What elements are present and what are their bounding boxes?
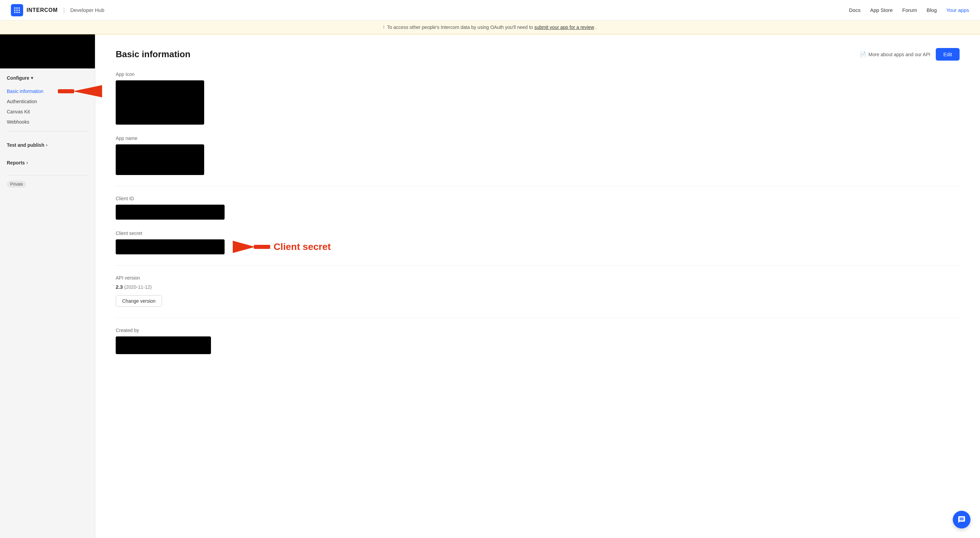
reports-chevron: › bbox=[27, 160, 28, 165]
sidebar-item-webhooks[interactable]: Webhooks bbox=[0, 117, 95, 127]
app-name-label: App name bbox=[116, 136, 959, 141]
svg-rect-5 bbox=[19, 10, 20, 11]
header-actions: 📄 More about apps and our API Edit bbox=[859, 48, 959, 61]
svg-rect-8 bbox=[19, 11, 20, 13]
nav-divider: | bbox=[63, 6, 65, 14]
secret-row: Client secret bbox=[116, 239, 959, 254]
dev-hub-text: Developer Hub bbox=[70, 7, 104, 13]
more-about-link[interactable]: 📄 More about apps and our API bbox=[859, 51, 930, 57]
section-divider-1 bbox=[116, 186, 959, 186]
reports-label: Reports bbox=[7, 160, 25, 166]
nav-link-your-apps[interactable]: Your apps bbox=[946, 7, 969, 13]
svg-rect-10 bbox=[58, 89, 74, 93]
client-id-block bbox=[116, 204, 224, 220]
private-badge: Private bbox=[7, 181, 26, 188]
configure-header[interactable]: Configure ▾ bbox=[7, 75, 88, 81]
test-publish-chevron: › bbox=[46, 143, 47, 147]
sidebar-item-canvas-kit[interactable]: Canvas Kit bbox=[0, 107, 95, 117]
annotation-label: Client secret bbox=[274, 241, 331, 252]
reports-section: Reports › bbox=[0, 153, 95, 171]
app-name-section: App name bbox=[116, 136, 959, 175]
doc-icon: 📄 bbox=[859, 51, 866, 57]
basic-info-wrapper: Basic information bbox=[0, 86, 95, 96]
test-publish-header[interactable]: Test and publish › bbox=[7, 142, 88, 148]
sidebar: Configure ▾ Basic information Authentica… bbox=[0, 34, 95, 538]
intercom-logo[interactable]: INTERCOM bbox=[11, 4, 58, 16]
banner-text-after: . bbox=[595, 24, 597, 30]
sidebar-app-block bbox=[0, 34, 95, 69]
svg-rect-4 bbox=[16, 10, 18, 11]
banner-text: To access other people's Intercom data b… bbox=[387, 24, 535, 30]
version-date: (2020-11-12) bbox=[124, 284, 152, 290]
reports-header[interactable]: Reports › bbox=[7, 160, 88, 166]
page-title: Basic information bbox=[116, 49, 191, 60]
logo-text: INTERCOM bbox=[27, 7, 58, 13]
client-secret-section: Client secret Client secret bbox=[116, 230, 959, 254]
page-header: Basic information 📄 More about apps and … bbox=[116, 48, 959, 61]
sidebar-divider-1 bbox=[7, 131, 88, 131]
nav-left: INTERCOM | Developer Hub bbox=[11, 4, 104, 16]
svg-rect-6 bbox=[14, 11, 16, 13]
configure-label: Configure bbox=[7, 75, 29, 81]
top-nav: INTERCOM | Developer Hub Docs App Store … bbox=[0, 0, 980, 21]
app-icon-section: App Icon bbox=[116, 72, 959, 125]
test-publish-label: Test and publish bbox=[7, 142, 44, 148]
main-content: Basic information 📄 More about apps and … bbox=[95, 34, 980, 538]
banner-icon: ! bbox=[383, 24, 385, 30]
app-name-block bbox=[116, 144, 204, 175]
created-by-block bbox=[116, 337, 211, 354]
api-version-value: 2.3 (2020-11-12) bbox=[116, 284, 959, 290]
banner-link[interactable]: submit your app for a review bbox=[534, 24, 594, 30]
nav-link-forum[interactable]: Forum bbox=[902, 7, 917, 13]
api-version-label: API version bbox=[116, 275, 959, 281]
client-secret-annotation: Client secret bbox=[233, 239, 331, 254]
section-divider-2 bbox=[116, 265, 959, 266]
edit-button[interactable]: Edit bbox=[936, 48, 959, 61]
app-icon-block bbox=[116, 80, 204, 125]
nav-link-appstore[interactable]: App Store bbox=[870, 7, 893, 13]
configure-chevron: ▾ bbox=[31, 76, 33, 80]
client-secret-block bbox=[116, 239, 224, 254]
api-version-section: API version 2.3 (2020-11-12) Change vers… bbox=[116, 275, 959, 307]
svg-rect-7 bbox=[16, 11, 18, 13]
client-id-label: Client ID bbox=[116, 196, 959, 201]
svg-rect-2 bbox=[19, 7, 20, 8]
section-divider-3 bbox=[116, 318, 959, 318]
chat-button[interactable] bbox=[953, 511, 970, 528]
version-number: 2.3 bbox=[116, 284, 123, 290]
sidebar-divider-2 bbox=[7, 175, 88, 176]
created-by-section: Created by bbox=[116, 327, 959, 354]
created-by-label: Created by bbox=[116, 327, 959, 333]
annotation-arrow-svg bbox=[233, 239, 270, 254]
configure-section: Configure ▾ bbox=[0, 69, 95, 86]
svg-rect-3 bbox=[14, 10, 16, 11]
logo-icon bbox=[11, 4, 23, 16]
sidebar-item-basic-info[interactable]: Basic information bbox=[0, 86, 50, 96]
svg-marker-11 bbox=[233, 241, 255, 253]
more-about-text: More about apps and our API bbox=[869, 52, 930, 57]
client-secret-label: Client secret bbox=[116, 230, 959, 236]
intercom-icon bbox=[13, 6, 21, 14]
test-publish-section: Test and publish › bbox=[0, 136, 95, 153]
svg-rect-0 bbox=[14, 7, 16, 8]
layout: Configure ▾ Basic information Authentica… bbox=[0, 34, 980, 538]
svg-rect-1 bbox=[16, 7, 18, 8]
svg-rect-12 bbox=[254, 245, 270, 249]
nav-link-blog[interactable]: Blog bbox=[927, 7, 937, 13]
banner: ! To access other people's Intercom data… bbox=[0, 21, 980, 34]
nav-link-docs[interactable]: Docs bbox=[849, 7, 861, 13]
change-version-button[interactable]: Change version bbox=[116, 295, 162, 307]
app-icon-label: App Icon bbox=[116, 72, 959, 77]
nav-right: Docs App Store Forum Blog Your apps bbox=[849, 7, 969, 13]
sidebar-item-authentication[interactable]: Authentication bbox=[0, 96, 95, 107]
chat-icon bbox=[958, 516, 966, 524]
client-id-section: Client ID bbox=[116, 196, 959, 220]
